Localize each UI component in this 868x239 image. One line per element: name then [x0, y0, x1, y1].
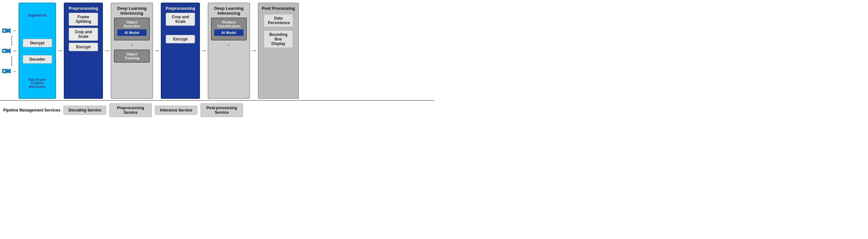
preprocessing1-title: Preprocessing — [69, 6, 98, 11]
encrypt-box1: Encrypt — [69, 43, 98, 51]
svg-marker-7 — [7, 69, 10, 73]
detection-tracking-arrow: ↕ — [131, 43, 133, 48]
decrypt-to-decoder-arrow: ↓ — [36, 49, 38, 54]
dl2-to-postprocessing-arrow: → — [250, 3, 258, 99]
ai-model-box1: AI Model — [117, 29, 147, 36]
dl-inferencing2-title: Deep LearningInferencing — [214, 6, 244, 16]
ingestion-title: Ingestion — [28, 13, 47, 18]
preprocessing-service-badge: PreprocessingService — [110, 103, 152, 117]
inference-service-badge: Inference Service — [155, 106, 197, 115]
ai-model-box2: AI Model — [214, 29, 244, 36]
svg-rect-2 — [3, 30, 5, 32]
post-processing-service-badge: Post-processingService — [200, 103, 243, 117]
pipeline-area: → → — [0, 0, 434, 100]
cameras-col: → → — [2, 27, 17, 74]
camera-icon-3 — [2, 68, 11, 74]
main-container: → → — [0, 0, 434, 120]
product-class-to-ai-arrow: ↑ — [228, 43, 230, 48]
dl-inferencing2-box: Deep LearningInferencing ProductClassifi… — [208, 3, 250, 99]
decrypt-box: Decrypt — [23, 39, 52, 47]
decoder-box: Decoder — [23, 55, 52, 63]
data-persistence-box: DataPersistence — [264, 14, 293, 27]
ai-model-text1: AI Model — [121, 31, 143, 34]
decoding-service-badge: Decoding Service — [63, 106, 106, 115]
camera-row-1: → — [2, 27, 17, 34]
ingestion-inner: Decrypt ↓ Decoder — [23, 32, 52, 63]
post-processing-box: Post Processing DataPersistence Bounding… — [258, 3, 299, 99]
pipeline-management-label: Pipeline Management Services — [3, 108, 60, 112]
preprocessing2-to-dl2-arrow: → — [200, 3, 208, 99]
svg-marker-4 — [7, 49, 10, 53]
dashed-line — [11, 36, 12, 46]
dl-inferencing1-box: Deep LearningInferencing ObjectDetection… — [111, 3, 153, 99]
crop-scale-box2: Crop andScale — [166, 13, 195, 26]
ingestion-section: → → — [2, 3, 56, 99]
arrow-3: → — [12, 69, 17, 74]
frame-splitting-box: Frame Splitting — [69, 13, 98, 26]
ingestion-box: Ingestion Decrypt ↓ Decoder Raw Frame@15… — [19, 3, 56, 99]
object-detection-box: ObjectDetection AI Model — [114, 18, 150, 41]
preprocessing2-title: Preprocessing — [166, 6, 195, 11]
preprocessing1-box: Preprocessing Frame Splitting Crop andSc… — [64, 3, 103, 99]
crop-to-encrypt-arrow: ↓ — [179, 28, 182, 33]
svg-rect-8 — [3, 70, 5, 72]
crop-scale-box1: Crop andScale — [69, 28, 98, 41]
bounding-box-display-box: BoundingBox Display — [264, 30, 293, 48]
dl-inferencing1-title: Deep LearningInferencing — [117, 6, 147, 16]
product-classification-title: ProductClassification — [217, 20, 241, 28]
ai-model-text2: AI Model — [217, 31, 240, 34]
camera-row-2: → — [2, 48, 17, 54]
svg-rect-5 — [3, 50, 5, 52]
dl1-to-preprocessing2-arrow: → — [153, 3, 161, 99]
svg-marker-1 — [7, 28, 10, 33]
arrow-1: → — [12, 28, 17, 33]
product-classification-box: ProductClassification AI Model — [211, 18, 247, 41]
preprocessing2-box: Preprocessing Crop andScale ↓ Encrypt — [161, 3, 200, 99]
post-processing-title: Post Processing — [262, 6, 295, 11]
dashed-line-2 — [11, 56, 12, 66]
encrypt-box2: Encrypt — [166, 35, 195, 43]
camera-row-3: → — [2, 68, 17, 74]
object-tracking-box: ObjectTracking — [114, 50, 150, 62]
services-bar: Pipeline Management Services Decoding Se… — [0, 100, 434, 120]
preprocessing1-to-dl1-arrow: → — [103, 3, 111, 99]
camera-icon-1 — [2, 27, 11, 34]
camera-icon-2 — [2, 48, 11, 54]
object-tracking-title: ObjectTracking — [124, 52, 139, 60]
raw-frame-text: Raw Frame@15FPSResolution — [29, 78, 46, 89]
object-detection-title: ObjectDetection — [124, 20, 140, 28]
ingestion-to-preprocessing1-arrow: → — [56, 3, 64, 99]
arrow-2: → — [12, 48, 17, 53]
